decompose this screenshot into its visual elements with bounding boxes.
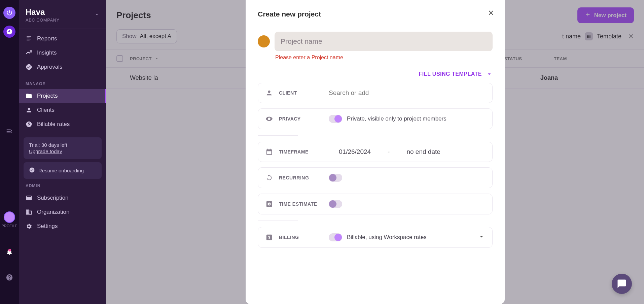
- sidebar-item-label: Projects: [37, 93, 58, 99]
- create-project-modal: Create new project ✕ Please enter a Proj…: [246, 0, 505, 304]
- sidebar-item-clients[interactable]: Clients: [19, 103, 106, 117]
- org-icon: [26, 209, 32, 215]
- privacy-toggle[interactable]: [329, 115, 342, 123]
- modal-close-button[interactable]: ✕: [488, 9, 494, 18]
- avatar-icon: [4, 211, 15, 223]
- dollar-icon: [265, 234, 273, 241]
- gear-icon: [26, 223, 32, 230]
- sidebar-item-organization[interactable]: Organization: [19, 205, 106, 219]
- clients-icon: [26, 107, 32, 113]
- sidebar-item-label: Reports: [37, 35, 57, 42]
- sidebar-item-subscription[interactable]: Subscription: [19, 191, 106, 205]
- project-color-picker[interactable]: [258, 35, 270, 47]
- modal-title: Create new project: [258, 10, 493, 18]
- sidebar-item-label: Insights: [37, 49, 57, 56]
- clock-square-icon: [265, 200, 273, 208]
- profile-button[interactable]: PROFILE: [1, 211, 17, 228]
- trial-text: Trial: 30 days left: [29, 142, 96, 148]
- sidebar-item-label: Billable rates: [37, 121, 70, 128]
- error-message: Please enter a Project name: [275, 55, 493, 61]
- sidebar-item-projects[interactable]: Projects: [19, 89, 106, 103]
- calendar-icon: [265, 148, 273, 156]
- sidebar-item-billable-rates[interactable]: Billable rates: [19, 117, 106, 131]
- recurring-icon: [265, 174, 273, 181]
- icon-rail: PROFILE: [0, 0, 19, 304]
- nav-header-manage: MANAGE: [19, 77, 106, 89]
- estimate-label: TIME ESTIMATE: [279, 201, 323, 207]
- approvals-icon: [26, 64, 32, 70]
- sidebar-item-approvals[interactable]: Approvals: [19, 60, 106, 74]
- eye-icon: [265, 115, 273, 123]
- billable-icon: [26, 121, 32, 128]
- trial-box: Trial: 30 days left Upgrade today: [24, 137, 102, 159]
- privacy-section: PRIVACY Private, visible only to project…: [258, 108, 493, 129]
- notifications-icon[interactable]: [6, 248, 13, 257]
- client-search-input[interactable]: [329, 89, 485, 97]
- sidebar-item-label: Clients: [37, 107, 55, 113]
- sidebar-item-insights[interactable]: Insights: [19, 46, 106, 60]
- chat-fab[interactable]: [612, 274, 632, 294]
- sidebar-item-label: Organization: [37, 209, 69, 215]
- collapse-sidebar-icon[interactable]: [3, 125, 15, 137]
- check-circle-icon: [29, 167, 35, 174]
- sidebar-item-label: Settings: [37, 223, 58, 230]
- reports-icon: [26, 35, 32, 42]
- nav-header-admin: ADMIN: [19, 179, 106, 191]
- workspace-company: ABC COMPANY: [26, 18, 60, 23]
- client-icon: [265, 89, 273, 97]
- recurring-label: RECURRING: [279, 175, 323, 180]
- resume-onboarding[interactable]: Resume onboarding: [24, 162, 102, 179]
- modal-overlay: Create new project ✕ Please enter a Proj…: [106, 0, 644, 304]
- chevron-down-icon: [94, 12, 100, 19]
- folder-icon: [26, 93, 32, 99]
- privacy-label: PRIVACY: [279, 116, 323, 122]
- billing-label: BILLING: [279, 235, 323, 240]
- sidebar: Hava ABC COMPANY Reports Insights Approv…: [19, 0, 106, 304]
- sidebar-item-reports[interactable]: Reports: [19, 32, 106, 46]
- resume-label: Resume onboarding: [38, 168, 84, 173]
- fill-template-label: FILL USING TEMPLATE: [419, 71, 482, 77]
- power-icon[interactable]: [3, 7, 15, 19]
- sidebar-item-label: Subscription: [37, 195, 69, 201]
- sidebar-item-label: Approvals: [37, 64, 63, 70]
- sidebar-item-settings[interactable]: Settings: [19, 219, 106, 233]
- workspace-switcher[interactable]: Hava ABC COMPANY: [19, 4, 106, 29]
- timeframe-label: TIMEFRAME: [279, 149, 323, 155]
- recurring-toggle[interactable]: [329, 174, 342, 182]
- workspace-name: Hava: [26, 7, 60, 17]
- timeframe-end[interactable]: no end date: [406, 148, 440, 156]
- clock-icon[interactable]: [3, 26, 15, 38]
- client-label: CLIENT: [279, 90, 323, 96]
- billing-text: Billable, using Workspace rates: [347, 234, 427, 241]
- chevron-down-icon: [486, 71, 493, 77]
- estimate-toggle[interactable]: [329, 200, 342, 208]
- client-section: CLIENT: [258, 83, 493, 103]
- project-name-input[interactable]: [275, 32, 493, 51]
- timeframe-start[interactable]: 01/26/2024: [339, 148, 371, 156]
- card-icon: [26, 195, 32, 201]
- timeframe-separator: -: [388, 148, 390, 156]
- recurring-section: RECURRING: [258, 167, 493, 188]
- timeframe-section: TIMEFRAME 01/26/2024 - no end date: [258, 142, 493, 162]
- billing-toggle[interactable]: [329, 233, 342, 241]
- estimate-section: TIME ESTIMATE: [258, 194, 493, 214]
- billing-section: BILLING Billable, using Workspace rates: [258, 227, 493, 248]
- chevron-down-icon[interactable]: [478, 233, 485, 241]
- main-content: Projects New project Show All, except A …: [106, 0, 644, 304]
- privacy-text: Private, visible only to project members: [347, 115, 446, 122]
- upgrade-link[interactable]: Upgrade today: [29, 148, 62, 154]
- insights-icon: [26, 49, 32, 56]
- profile-label: PROFILE: [1, 224, 17, 228]
- help-icon[interactable]: [6, 274, 13, 282]
- fill-using-template[interactable]: FILL USING TEMPLATE: [258, 71, 493, 77]
